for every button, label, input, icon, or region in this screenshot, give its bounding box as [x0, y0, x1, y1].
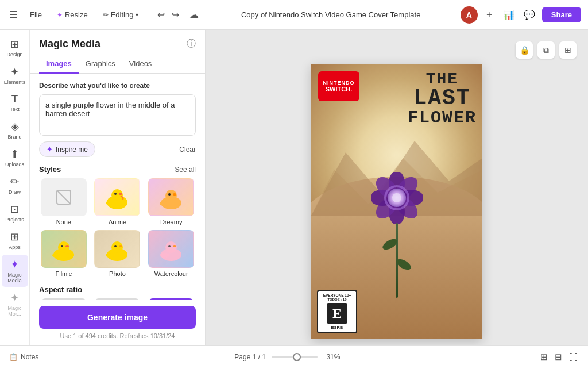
- file-menu-button[interactable]: File: [25, 8, 47, 21]
- flower-svg: [371, 172, 423, 224]
- expand-button[interactable]: ⊞: [559, 41, 577, 59]
- svg-point-17: [65, 253, 74, 258]
- tab-graphics[interactable]: Graphics: [79, 55, 122, 74]
- broken-image-icon: [56, 189, 72, 205]
- sidebar-item-apps[interactable]: ⊞ Apps: [2, 227, 28, 254]
- lock-button[interactable]: 🔒: [516, 41, 533, 59]
- brand-icon: ◈: [11, 120, 19, 133]
- esrb-rating: E: [332, 306, 342, 321]
- style-item-dreamy[interactable]: Dreamy: [146, 178, 196, 225]
- zoom-slider[interactable]: [272, 356, 318, 358]
- clear-button[interactable]: Clear: [179, 145, 196, 154]
- sidebar-item-draw[interactable]: ✏ Draw: [2, 172, 28, 198]
- info-icon[interactable]: ⓘ: [187, 38, 196, 50]
- sidebar-item-label: Projects: [5, 217, 24, 223]
- esrb-rating-box: E: [327, 303, 347, 324]
- generate-image-button[interactable]: Generate image: [39, 306, 196, 329]
- svg-point-3: [111, 189, 123, 201]
- grid-view-button[interactable]: ⊞: [539, 351, 549, 363]
- svg-point-15: [61, 245, 63, 247]
- sidebar-item-label: Magic Media: [4, 272, 26, 283]
- notes-icon: 📋: [9, 353, 18, 361]
- leaf-left: [381, 237, 399, 252]
- esrb-label: ESRB: [322, 325, 353, 330]
- menu-button[interactable]: ☰: [7, 7, 20, 22]
- styles-grid: None Anime: [39, 178, 196, 277]
- style-item-none[interactable]: None: [39, 178, 88, 225]
- svg-point-13: [58, 241, 69, 253]
- sidebar-item-magic-media[interactable]: ✦ Magic Media: [2, 255, 28, 287]
- undo-button[interactable]: ↩: [155, 7, 167, 22]
- tab-images[interactable]: Images: [39, 55, 79, 74]
- sidebar-item-text[interactable]: T Text: [2, 90, 28, 116]
- tile-view-button[interactable]: ⊟: [554, 351, 563, 363]
- resize-button[interactable]: ✦ Resize: [52, 8, 92, 21]
- photo-duck-icon: [100, 234, 134, 264]
- notes-button[interactable]: 📋 Notes: [9, 353, 38, 361]
- svg-point-11: [160, 201, 169, 206]
- style-item-watercolour[interactable]: Watercolour: [146, 230, 196, 277]
- see-all-link[interactable]: See all: [175, 166, 196, 174]
- flower-bloom-area: [371, 172, 423, 226]
- canvas-area: 🔒 ⧉ ⊞: [206, 30, 588, 345]
- style-item-photo[interactable]: Photo: [93, 230, 142, 277]
- title-last: LAST: [408, 87, 477, 109]
- style-item-anime[interactable]: Anime: [93, 178, 142, 225]
- svg-point-25: [173, 245, 176, 247]
- bottom-right: ⊞ ⊟ ⛶: [539, 351, 579, 363]
- analytics-button[interactable]: 📊: [501, 7, 517, 22]
- svg-point-26: [168, 245, 171, 247]
- sidebar-item-uploads[interactable]: ⬆ Uploads: [2, 144, 28, 171]
- describe-label: Describe what you'd like to create: [39, 82, 196, 90]
- svg-line-1: [57, 190, 71, 204]
- text-icon: T: [11, 93, 18, 105]
- topbar: ☰ File ✦ Resize ✏ Editing ▾ ↩ ↪ ☁ Copy o…: [0, 0, 588, 30]
- svg-point-27: [160, 253, 169, 258]
- style-thumb-filmic: [41, 230, 87, 268]
- share-button[interactable]: Share: [542, 7, 581, 22]
- cover-title: THE LAST FLOWER: [408, 71, 477, 126]
- zoom-level: 31%: [323, 353, 343, 361]
- svg-point-22: [106, 253, 115, 258]
- style-label-photo: Photo: [109, 270, 126, 277]
- inspire-icon: ✦: [47, 145, 53, 154]
- svg-point-20: [119, 245, 122, 247]
- topbar-right: A ＋ 📊 💬 Share: [461, 6, 581, 24]
- editing-button[interactable]: ✏ Editing ▾: [98, 8, 144, 21]
- bottom-bar: 📋 Notes Page 1 / 1 31% ⊞ ⊟ ⛶: [0, 345, 588, 368]
- switch-logo: NINTENDO SWITCH.: [318, 71, 359, 101]
- panel-content: Describe what you'd like to create ✦ Ins…: [30, 74, 205, 300]
- aspect-title: Aspect ratio: [39, 285, 196, 294]
- redo-button[interactable]: ↪: [169, 7, 181, 22]
- inspire-me-button[interactable]: ✦ Inspire me: [39, 141, 95, 157]
- comments-button[interactable]: 💬: [521, 7, 537, 22]
- panel-footer: Generate image Use 1 of 494 credits. Ref…: [30, 300, 205, 345]
- style-thumb-photo: [94, 230, 140, 268]
- cloud-save-button[interactable]: ☁: [187, 7, 201, 22]
- topbar-left: ☰ File ✦ Resize ✏ Editing ▾ ↩ ↪ ☁: [7, 7, 201, 22]
- sidebar-item-label: Brand: [7, 134, 21, 140]
- sidebar-item-projects[interactable]: ⊡ Projects: [2, 200, 28, 226]
- sidebar-item-magic-more[interactable]: ✦ Magic Mor...: [2, 288, 28, 320]
- add-collaborator-button[interactable]: ＋: [482, 6, 496, 23]
- magic-media-icon: ✦: [10, 258, 19, 271]
- panel-title: Magic Media: [39, 38, 100, 50]
- prompt-actions: ✦ Inspire me Clear: [39, 141, 196, 157]
- sidebar-item-brand[interactable]: ◈ Brand: [2, 117, 28, 143]
- fullscreen-button[interactable]: ⛶: [568, 351, 579, 363]
- game-cover: NINTENDO SWITCH. THE LAST FLOWER EVERYON…: [311, 64, 482, 339]
- sidebar-item-elements[interactable]: ✦ Elements: [2, 62, 28, 89]
- style-item-filmic[interactable]: Filmic: [39, 230, 88, 277]
- sidebar-item-design[interactable]: ⊞ Design: [2, 34, 28, 61]
- design-icon: ⊞: [10, 38, 19, 51]
- svg-point-6: [106, 201, 115, 205]
- duplicate-button[interactable]: ⧉: [537, 41, 555, 59]
- svg-point-10: [168, 193, 171, 195]
- style-thumb-none: [41, 178, 87, 216]
- tab-videos[interactable]: Videos: [122, 55, 159, 74]
- svg-point-16: [52, 253, 61, 258]
- switch-n-text: NINTENDO: [323, 80, 355, 86]
- svg-point-21: [114, 245, 117, 247]
- prompt-textarea[interactable]: [39, 94, 196, 136]
- sidebar-item-label: Apps: [9, 244, 21, 250]
